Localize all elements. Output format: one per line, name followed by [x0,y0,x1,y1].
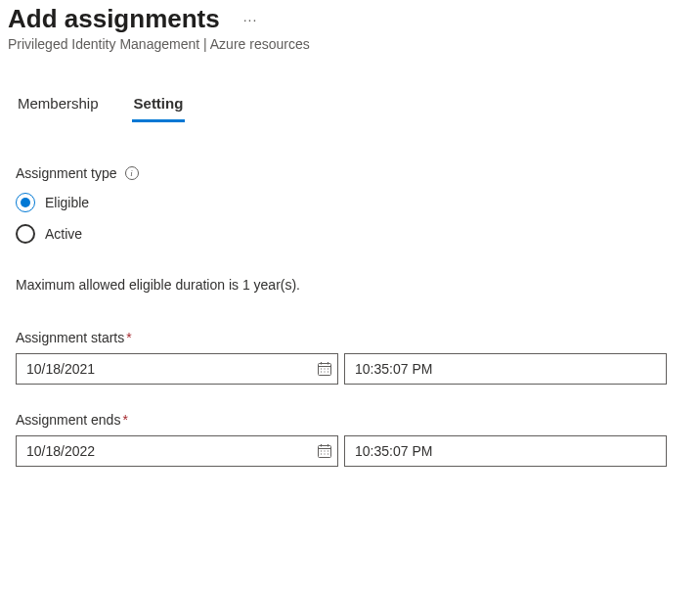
info-icon[interactable]: i [125,166,139,180]
assignment-ends-date-input[interactable] [16,435,338,467]
radio-eligible-label: Eligible [45,195,89,210]
assignment-starts-date-input[interactable] [16,353,338,385]
radio-active[interactable]: Active [16,224,692,244]
assignment-starts-label: Assignment starts [16,330,124,345]
required-indicator: * [126,330,131,345]
tab-membership[interactable]: Membership [16,91,101,122]
radio-eligible[interactable]: Eligible [16,193,692,212]
tab-setting[interactable]: Setting [132,91,186,122]
more-actions-button[interactable]: ··· [238,8,264,31]
page-title: Add assignments [8,4,220,34]
assignment-ends-time-input[interactable] [344,435,667,467]
radio-circle-icon [16,193,35,212]
calendar-icon[interactable] [317,361,332,377]
assignment-type-radio-group: Eligible Active [16,193,692,244]
calendar-icon[interactable] [317,443,332,459]
assignment-ends-label: Assignment ends [16,412,120,428]
radio-circle-icon [16,224,35,244]
assignment-starts-time-input[interactable] [344,353,667,385]
radio-active-label: Active [45,226,82,242]
assignment-type-label: Assignment type [16,165,117,181]
breadcrumb: Privileged Identity Management | Azure r… [8,36,692,52]
duration-note: Maximum allowed eligible duration is 1 y… [16,277,692,293]
required-indicator: * [122,412,127,428]
tabs: Membership Setting [8,91,692,122]
